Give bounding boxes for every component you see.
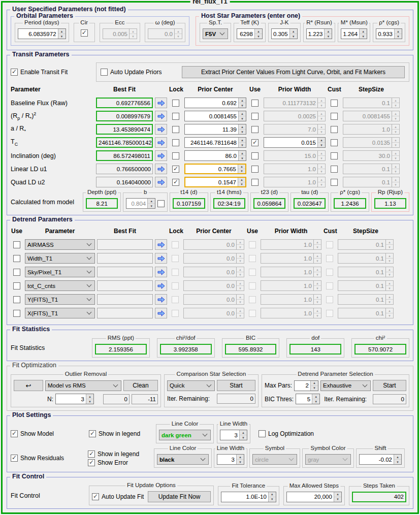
spin-down-icon[interactable]: ▼ (238, 169, 245, 173)
fit-tolerance-input[interactable]: 1.0E-10▲▼ (221, 492, 276, 502)
spinner[interactable]: ▲▼ (238, 111, 246, 121)
use-prior-checkbox[interactable] (251, 179, 259, 186)
max-pars-input[interactable]: 2▲▼ (294, 380, 318, 391)
spin-up-icon[interactable]: ▲ (239, 151, 246, 155)
copy-best-fit-to-prior-button[interactable] (155, 164, 167, 174)
use-prior-checkbox[interactable] (251, 113, 259, 120)
spin-down-icon[interactable]: ▼ (86, 399, 93, 404)
spinner[interactable]: ▲▼ (359, 29, 367, 39)
spin-up-icon[interactable]: ▲ (290, 29, 297, 34)
detrend-parameter-dropdown[interactable]: Sky/Pixel_T1 (25, 267, 95, 277)
prior-center-input[interactable]: 0.0081455▲▼ (184, 111, 246, 121)
spin-up-icon[interactable]: ▲ (255, 29, 262, 34)
spinner[interactable]: ▲▼ (268, 492, 276, 502)
copy-best-fit-to-prior-button[interactable] (155, 111, 167, 121)
circular-orbit-checkbox[interactable] (81, 29, 88, 37)
spin-up-icon[interactable]: ▲ (239, 138, 246, 142)
spin-down-icon[interactable]: ▼ (238, 182, 245, 186)
spin-down-icon[interactable]: ▼ (239, 129, 246, 134)
spinner[interactable]: ▲▼ (312, 394, 319, 404)
spinner[interactable]: ▲▼ (238, 178, 245, 186)
custom-step-checkbox[interactable] (331, 179, 338, 186)
impact-parameter-checkbox[interactable] (157, 200, 165, 207)
spin-up-icon[interactable]: ▲ (325, 29, 332, 34)
spin-down-icon[interactable]: ▼ (290, 34, 297, 39)
use-detrend-checkbox[interactable] (13, 282, 20, 289)
spin-down-icon[interactable]: ▼ (312, 399, 319, 404)
prior-center-input[interactable]: 0.692▲▼ (184, 98, 246, 108)
spinner[interactable]: ▲▼ (236, 455, 244, 464)
detrend-parameter-dropdown[interactable]: AIRMASS (25, 239, 95, 250)
host-star-field-input[interactable]: 6298▲▼ (237, 28, 262, 39)
comparison-start-button[interactable]: Start (217, 380, 255, 391)
spin-up-icon[interactable]: ▲ (395, 29, 402, 34)
prior-center-input[interactable]: 0.1547▲▼ (184, 177, 246, 187)
period-input[interactable]: 6.0835972▲▼ (18, 28, 66, 39)
use-detrend-checkbox[interactable] (13, 269, 20, 276)
max-allowed-steps-input[interactable]: 20,000▲▼ (286, 492, 342, 502)
residuals-show-in-legend-checkbox[interactable]: Show in legend (88, 450, 152, 458)
spinner[interactable]: ▲▼ (86, 394, 93, 404)
host-star-field-input[interactable]: 0.305▲▼ (271, 28, 298, 39)
spin-up-icon[interactable]: ▲ (238, 178, 245, 182)
spin-up-icon[interactable]: ▲ (394, 455, 401, 459)
lock-checkbox[interactable] (172, 166, 179, 173)
use-prior-checkbox[interactable] (251, 100, 259, 107)
spin-up-icon[interactable]: ▲ (360, 29, 367, 34)
n-input[interactable]: 3▲▼ (55, 394, 94, 404)
spinner[interactable]: ▲▼ (238, 151, 246, 160)
spectral-type-dropdown[interactable]: F5V (203, 28, 228, 39)
host-star-field-input[interactable]: 0.933▲▼ (376, 28, 402, 39)
clean-button[interactable]: Clean (123, 380, 158, 391)
comparison-mode-dropdown[interactable]: Quick (167, 380, 215, 391)
spin-up-icon[interactable]: ▲ (334, 492, 341, 497)
spin-up-icon[interactable]: ▲ (58, 29, 66, 34)
use-prior-checkbox[interactable] (251, 166, 259, 173)
update-fit-now-button[interactable]: Update Fit Now (148, 491, 210, 502)
custom-step-checkbox[interactable] (331, 166, 338, 173)
spin-up-icon[interactable]: ▲ (239, 98, 246, 103)
spinner[interactable]: ▲▼ (238, 165, 245, 173)
spin-up-icon[interactable]: ▲ (312, 394, 319, 399)
show-residuals-checkbox[interactable]: Show Residuals (11, 455, 86, 462)
spinner[interactable]: ▲▼ (289, 29, 297, 39)
spin-down-icon[interactable]: ▼ (58, 34, 66, 39)
prior-center-input[interactable]: 11.39▲▼ (184, 124, 246, 135)
copy-best-fit-to-prior-button[interactable] (155, 280, 167, 291)
use-detrend-checkbox[interactable] (13, 296, 20, 303)
use-detrend-checkbox[interactable] (13, 310, 20, 317)
spinner[interactable]: ▲▼ (394, 455, 401, 464)
model-show-in-legend-checkbox[interactable]: Show in legend (89, 430, 153, 437)
auto-update-fit-checkbox[interactable]: Auto Update Fit (92, 493, 144, 500)
spin-down-icon[interactable]: ▼ (360, 34, 367, 39)
copy-best-fit-to-prior-button[interactable] (155, 308, 167, 318)
prior-center-input[interactable]: 86.0▲▼ (184, 150, 246, 161)
impact-parameter-input[interactable]: 0.804▲▼ (126, 198, 155, 209)
spin-up-icon[interactable]: ▲ (240, 430, 247, 435)
spinner[interactable]: ▲▼ (254, 29, 262, 39)
spin-down-icon[interactable]: ▼ (334, 497, 341, 502)
detrend-parameter-dropdown[interactable]: tot_C_cnts (25, 280, 95, 291)
spin-down-icon[interactable]: ▼ (237, 459, 244, 464)
prior-width-input[interactable]: 0.015▲▼ (264, 137, 326, 148)
spinner[interactable]: ▲▼ (239, 430, 247, 440)
spin-down-icon[interactable]: ▼ (240, 435, 247, 440)
spin-down-icon[interactable]: ▼ (311, 385, 318, 391)
spin-up-icon[interactable]: ▲ (237, 455, 244, 459)
spin-down-icon[interactable]: ▼ (394, 459, 401, 464)
spinner[interactable]: ▲▼ (317, 138, 325, 147)
spin-down-icon[interactable]: ▼ (255, 34, 262, 39)
residuals-line-color-dropdown[interactable]: black (157, 454, 209, 465)
use-prior-checkbox[interactable] (251, 126, 259, 133)
copy-best-fit-to-prior-button[interactable] (155, 137, 167, 148)
detrend-selection-start-button[interactable]: Start (373, 380, 406, 391)
lock-checkbox[interactable] (172, 100, 179, 107)
prior-center-input[interactable]: 2461146.7811648▲▼ (184, 137, 246, 148)
copy-best-fit-to-prior-button[interactable] (155, 98, 167, 108)
prior-center-input[interactable]: 0.7665▲▼ (184, 164, 246, 174)
extract-prior-center-button[interactable]: Extract Prior Center Values From Light C… (182, 66, 405, 78)
spin-up-icon[interactable]: ▲ (148, 199, 155, 203)
spin-down-icon[interactable]: ▼ (318, 142, 325, 147)
log-optimization-checkbox[interactable]: Log Optimization (259, 430, 314, 437)
copy-best-fit-to-prior-button[interactable] (155, 294, 167, 305)
